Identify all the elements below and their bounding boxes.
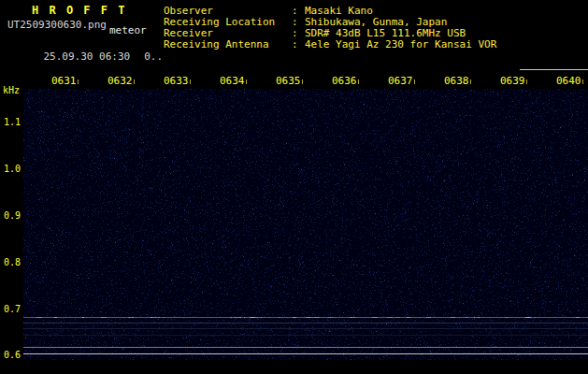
spectrogram-canvas (23, 89, 588, 360)
station-name: meteor (109, 24, 147, 36)
output-filename: UT2509300630.png (7, 19, 107, 31)
minute-tick (246, 79, 247, 84)
freq-tick-label: 0.8 (0, 257, 21, 267)
meteor-count: 0.. (144, 50, 163, 63)
time-tick-label: 0635 (276, 75, 301, 87)
time-tick-label: 0631 (51, 75, 77, 87)
datetime-row: 25.09.30 06:300.. (19, 38, 163, 75)
minute-tick (190, 79, 191, 84)
time-tick-label: 0637 (388, 75, 413, 87)
freq-axis-unit: kHz (3, 85, 20, 95)
freq-tick-label: 1.0 (0, 164, 21, 174)
minute-tick (134, 79, 135, 84)
time-tick-label: 0639 (500, 75, 525, 87)
minute-tick (78, 79, 79, 84)
freq-tick-label: 1.1 (0, 117, 21, 127)
time-tick-label: 0633 (164, 75, 189, 87)
minute-tick (470, 79, 471, 84)
freq-tick-label: 0.9 (0, 210, 21, 221)
freq-tick-label: 0.7 (0, 304, 21, 314)
freq-tick-label: 0.6 (0, 350, 21, 360)
minute-tick (526, 79, 527, 84)
header-row: Receiving Antenna : 4ele Yagi Az 230 for… (164, 38, 496, 50)
minute-tick (358, 79, 359, 84)
header-separator: : (292, 38, 305, 50)
time-tick-label: 0640 (556, 75, 581, 87)
minute-tick (302, 79, 303, 84)
time-tick-label: 0634 (220, 75, 245, 87)
time-tick-label: 0632 (108, 75, 133, 87)
header-label: Receiving Antenna (164, 38, 292, 50)
time-tick-label: 0638 (444, 75, 469, 87)
header-underline (520, 69, 588, 70)
app-title: H R O F F T (32, 4, 126, 17)
time-tick-label: 0636 (332, 75, 357, 87)
hrofft-screen: H R O F F T UT2509300630.png meteor 25.0… (0, 0, 588, 374)
minute-tick (414, 79, 415, 84)
observation-datetime: 25.09.30 06:30 (44, 50, 131, 63)
minute-tick (582, 79, 583, 84)
header-value: 4ele Yagi Az 230 for Kansai VOR (305, 38, 496, 50)
